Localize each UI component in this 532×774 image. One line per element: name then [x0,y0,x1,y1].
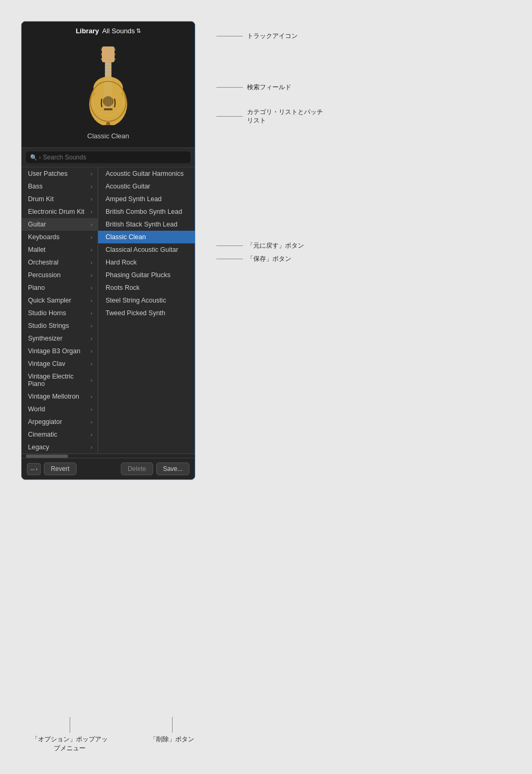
chevron-icon: › [91,407,92,412]
chevron-icon: › [91,171,92,177]
delete-button[interactable]: Delete [121,462,153,475]
ann-line-3 [216,116,243,117]
revert-button[interactable]: Revert [44,462,76,475]
category-item[interactable]: Mallet› [22,243,98,256]
category-list-label: カテゴリ・リストとパッチ リスト [247,108,323,126]
category-label: Synthesizer [28,335,62,342]
category-item[interactable]: Synthesizer› [22,332,98,345]
chevron-icon: › [91,361,92,367]
guitar-svg [82,46,135,125]
patch-item[interactable]: Roots Rock [98,281,195,294]
category-label: Bass [28,183,43,190]
category-item[interactable]: Bass› [22,180,98,193]
chevron-icon: › [91,336,92,342]
category-label: Arpeggiator [28,418,62,426]
save-annotation: 「保存」ボタン [216,254,323,263]
panel-header-title: Library All Sounds ⇅ [22,27,195,35]
instrument-area: Classic Clean [22,38,195,148]
category-item[interactable]: Arpeggiator› [22,416,98,428]
category-label: Guitar [28,221,46,228]
category-item[interactable]: Guitar› [22,218,98,231]
patch-label: Acoustic Guitar [106,183,150,190]
chevron-icon: › [91,272,92,278]
chevron-icon: › [91,419,92,425]
category-item[interactable]: User Patches› [22,167,98,180]
chevron-icon: › [91,377,92,383]
category-item[interactable]: Cinematic› [22,428,98,441]
category-label: Vintage Electric Piano [28,373,91,388]
guitar-icon [77,43,140,128]
patch-item[interactable]: Phasing Guitar Plucks [98,269,195,281]
chevron-icon: › [91,209,92,215]
category-item[interactable]: Piano› [22,281,98,294]
save-label: Save... [163,465,183,473]
patch-item[interactable]: British Stack Synth Lead [98,218,195,231]
patch-item[interactable]: British Combo Synth Lead [98,205,195,218]
ann-line-5 [216,259,243,259]
category-item[interactable]: Vintage Mellotron› [22,390,98,403]
chevron-icon: › [91,184,92,190]
chevron-icon: › [91,260,92,266]
patch-list: Acoustic Guitar HarmonicsAcoustic Guitar… [98,167,195,454]
category-label: Studio Strings [28,322,69,329]
library-panel: Library All Sounds ⇅ [21,21,195,480]
category-label: Vintage Clav [28,360,65,367]
library-label: Library [75,27,99,35]
category-label: Drum Kit [28,195,54,203]
category-item[interactable]: Orchestral› [22,256,98,269]
patch-label: Roots Rock [106,284,140,291]
category-item[interactable]: World› [22,403,98,416]
search-input-wrapper[interactable]: 🔍 › [26,152,191,163]
patch-label: Classical Acoustic Guitar [106,246,178,253]
chevron-icon: › [91,247,92,253]
options-popup-button[interactable]: ··· › [27,463,41,475]
patch-label: Hard Rock [106,259,137,266]
search-input[interactable] [43,154,186,161]
category-item[interactable]: Legacy› [22,441,98,454]
category-item[interactable]: Keyboards› [22,231,98,243]
category-item[interactable]: Drum Kit› [22,193,98,205]
category-item[interactable]: Studio Strings› [22,319,98,332]
patch-item[interactable]: Classical Acoustic Guitar [98,243,195,256]
chevron-icon: › [91,394,92,400]
revert-label-ann: 「元に戻す」ボタン [247,241,304,250]
patch-label: British Combo Synth Lead [106,208,182,215]
scroll-track [22,454,195,458]
category-item[interactable]: Vintage B3 Organ› [22,345,98,357]
category-item[interactable]: Electronic Drum Kit› [22,205,98,218]
search-field-annotation: 検索フィールド [216,83,323,92]
patch-item[interactable]: Classic Clean [98,231,195,243]
patch-item[interactable]: Hard Rock [98,256,195,269]
patch-item[interactable]: Steel String Acoustic [98,294,195,307]
category-label: Legacy [28,443,49,451]
patch-item[interactable]: Acoustic Guitar [98,180,195,193]
category-label: Vintage B3 Organ [28,347,80,355]
bottom-toolbar: ··· › Revert Delete Save... [22,458,195,479]
save-label-ann: 「保存」ボタン [247,254,291,263]
patch-label: British Stack Synth Lead [106,221,177,228]
track-icon-label: トラックアイコン [247,32,298,41]
patch-item[interactable]: Tweed Picked Synth [98,307,195,319]
category-item[interactable]: Percussion› [22,269,98,281]
options-chevron-icon: › [36,466,37,472]
chevron-icon: › [91,432,92,438]
patch-item[interactable]: Amped Synth Lead [98,193,195,205]
category-item[interactable]: Vintage Clav› [22,357,98,370]
category-item[interactable]: Vintage Electric Piano› [22,370,98,390]
patch-label: Steel String Acoustic [106,297,166,304]
patch-label: Amped Synth Lead [106,195,162,203]
search-icon: 🔍 [30,154,37,161]
revert-label: Revert [51,465,69,473]
all-sounds-selector[interactable]: All Sounds ⇅ [102,27,140,35]
instrument-display-name: Classic Clean [87,132,129,140]
category-item[interactable]: Studio Horns› [22,307,98,319]
search-icon-area: 🔍 › [30,154,41,161]
category-label: Percussion [28,271,61,279]
patch-label: Tweed Picked Synth [106,309,165,317]
category-item[interactable]: Quick Sampler› [22,294,98,307]
category-label: Cinematic [28,431,58,438]
save-button[interactable]: Save... [156,462,189,475]
patch-item[interactable]: Acoustic Guitar Harmonics [98,167,195,180]
delete-label: Delete [128,465,146,473]
chevron-icon: › [91,234,92,240]
